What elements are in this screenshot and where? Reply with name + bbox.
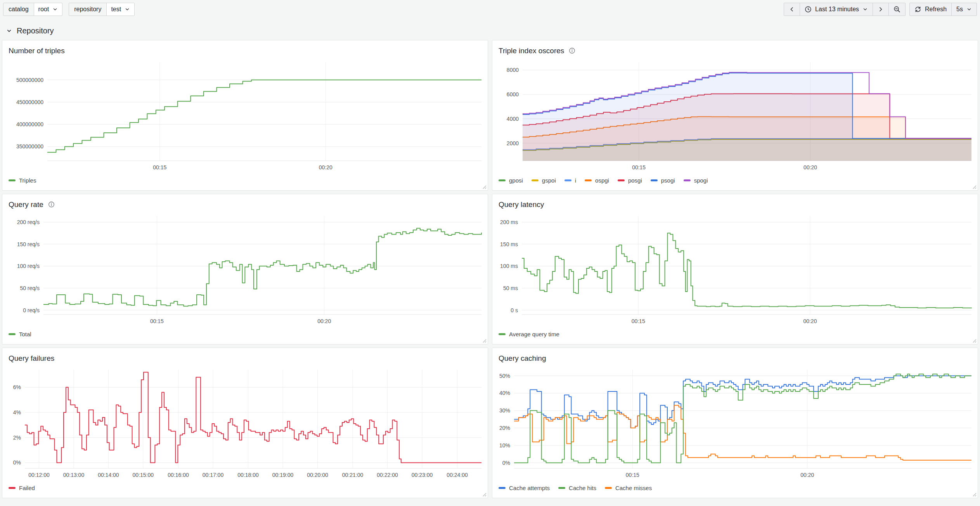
chevron-right-icon	[878, 6, 884, 12]
legend-item[interactable]: gposi	[499, 177, 523, 184]
svg-text:00:17:00: 00:17:00	[203, 472, 224, 478]
svg-text:0 req/s: 0 req/s	[23, 307, 40, 313]
panel-resize-handle[interactable]	[971, 491, 977, 497]
refresh-button[interactable]: Refresh	[910, 3, 951, 16]
time-series-chart[interactable]: 35000000040000000045000000050000000000:1…	[2, 57, 488, 174]
legend-item[interactable]: ospgi	[585, 177, 609, 184]
svg-text:00:15: 00:15	[626, 472, 639, 478]
svg-text:00:20: 00:20	[317, 318, 331, 324]
zoom-out-icon	[893, 6, 900, 13]
panel-resize-handle[interactable]	[971, 337, 977, 343]
legend-series-label: Triples	[19, 177, 36, 184]
time-shift-forward-button[interactable]	[873, 3, 888, 16]
chart-legend: Average query time	[492, 328, 978, 344]
panel-title[interactable]: Query rate	[9, 200, 43, 209]
chart-legend: Total	[2, 328, 488, 344]
legend-series-color	[618, 179, 625, 181]
time-series-chart[interactable]: 0 s50 ms100 ms150 ms200 ms00:1500:20	[492, 210, 978, 328]
panel-title[interactable]: Query caching	[499, 354, 546, 363]
svg-text:100 ms: 100 ms	[500, 263, 518, 269]
chart-legend: Triples	[2, 174, 488, 190]
svg-text:00:15: 00:15	[632, 164, 646, 170]
legend-item[interactable]: gspoi	[532, 177, 556, 184]
svg-text:00:16:00: 00:16:00	[168, 472, 189, 478]
legend-series-color	[499, 487, 506, 489]
svg-text:50 ms: 50 ms	[503, 285, 518, 291]
svg-text:50%: 50%	[499, 373, 510, 379]
svg-text:150 ms: 150 ms	[500, 241, 518, 247]
legend-item[interactable]: Triples	[9, 177, 36, 184]
svg-text:00:20: 00:20	[803, 318, 817, 324]
panel-title[interactable]: Query latency	[499, 200, 544, 209]
time-series-chart[interactable]: 0%10%20%30%40%50%00:1500:20	[492, 364, 978, 482]
chart-legend: Failed	[2, 482, 488, 498]
info-icon[interactable]	[569, 47, 575, 54]
panel-resize-handle[interactable]	[481, 337, 487, 343]
variable-catalog-label: catalog	[3, 3, 34, 16]
legend-series-label: Cache misses	[615, 485, 652, 491]
svg-text:200 ms: 200 ms	[500, 219, 518, 225]
variable-catalog-dropdown[interactable]: root	[34, 3, 62, 16]
panel-resize-handle[interactable]	[971, 184, 977, 189]
panel-number-of-triples: Number of triples 3500000004000000004500…	[2, 40, 488, 191]
legend-series-color	[558, 487, 565, 489]
time-series-chart[interactable]: 200040006000800000:1500:20	[492, 57, 978, 174]
svg-text:8000: 8000	[507, 67, 519, 73]
time-shift-back-button[interactable]	[784, 3, 800, 16]
svg-text:500000000: 500000000	[16, 77, 43, 83]
svg-text:00:14:00: 00:14:00	[98, 472, 119, 478]
time-series-chart[interactable]: 0 req/s50 req/s100 req/s150 req/s200 req…	[2, 210, 488, 328]
legend-item[interactable]: Cache hits	[558, 485, 596, 491]
legend-item[interactable]: Cache misses	[605, 485, 652, 491]
panel-query-latency: Query latency 0 s50 ms100 ms150 ms200 ms…	[492, 194, 978, 344]
section-row-repository[interactable]: Repository	[0, 19, 980, 40]
time-range-picker[interactable]: Last 13 minutes	[800, 3, 873, 16]
legend-series-color	[499, 179, 506, 181]
legend-item[interactable]: i	[564, 177, 576, 184]
svg-text:50 req/s: 50 req/s	[20, 285, 40, 291]
panel-triple-index-oscores: Triple index oscores 200040006000800000:…	[492, 40, 978, 191]
legend-item[interactable]: Average query time	[499, 331, 559, 337]
svg-text:00:12:00: 00:12:00	[28, 472, 50, 478]
legend-item[interactable]: Total	[9, 331, 31, 337]
panel-resize-handle[interactable]	[481, 184, 487, 189]
variable-catalog-value: root	[38, 6, 49, 13]
legend-series-label: ospgi	[595, 177, 609, 184]
refresh-interval-value: 5s	[956, 6, 963, 13]
time-range-label: Last 13 minutes	[815, 6, 859, 13]
legend-item[interactable]: Cache attempts	[499, 485, 550, 491]
panel-title[interactable]: Number of triples	[9, 47, 65, 55]
svg-text:2%: 2%	[13, 435, 21, 441]
refresh-interval-dropdown[interactable]: 5s	[951, 3, 977, 16]
svg-text:00:21:00: 00:21:00	[342, 472, 364, 478]
svg-text:40%: 40%	[499, 390, 510, 396]
svg-text:00:20:00: 00:20:00	[307, 472, 328, 478]
chevron-down-icon	[966, 7, 972, 12]
variable-repository-dropdown[interactable]: test	[107, 3, 134, 16]
time-controls: Last 13 minutes	[784, 3, 906, 16]
panel-resize-handle[interactable]	[481, 491, 487, 497]
panel-title[interactable]: Query failures	[9, 354, 54, 363]
time-series-chart[interactable]: 0%2%4%6%00:12:0000:13:0000:14:0000:15:00…	[2, 364, 488, 482]
svg-text:00:15: 00:15	[150, 318, 164, 324]
svg-text:0 s: 0 s	[511, 307, 518, 313]
legend-item[interactable]: spogi	[684, 177, 708, 184]
panel-title[interactable]: Triple index oscores	[499, 47, 564, 55]
legend-series-color	[499, 333, 506, 335]
info-icon[interactable]	[48, 201, 55, 208]
svg-text:00:13:00: 00:13:00	[63, 472, 85, 478]
legend-item[interactable]: posgi	[618, 177, 642, 184]
legend-series-label: Failed	[19, 485, 35, 491]
legend-item[interactable]: psogi	[651, 177, 675, 184]
legend-series-color	[9, 179, 16, 181]
legend-series-color	[9, 487, 16, 489]
panel-query-failures: Query failures 0%2%4%6%00:12:0000:13:000…	[2, 348, 488, 498]
time-and-refresh-controls: Last 13 minutes Refresh	[784, 3, 977, 16]
svg-text:150 req/s: 150 req/s	[17, 241, 40, 247]
legend-series-label: spogi	[694, 177, 708, 184]
legend-item[interactable]: Failed	[9, 485, 35, 491]
panel-grid: Number of triples 3500000004000000004500…	[2, 40, 978, 498]
zoom-out-button[interactable]	[888, 3, 905, 16]
svg-text:350000000: 350000000	[16, 143, 43, 150]
svg-text:00:15:00: 00:15:00	[133, 472, 154, 478]
